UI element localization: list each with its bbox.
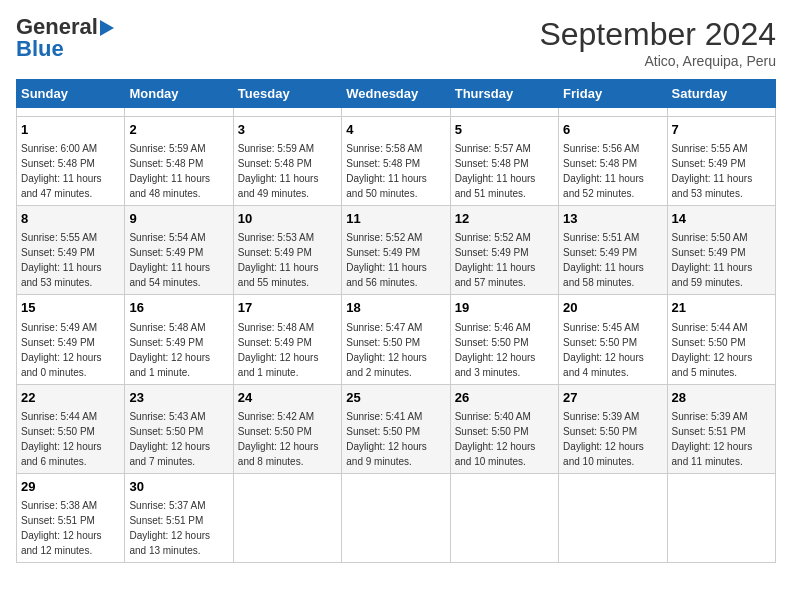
day-of-week-header: Friday	[559, 80, 667, 108]
day-detail: Sunrise: 5:38 AM Sunset: 5:51 PM Dayligh…	[21, 500, 102, 556]
day-number: 27	[563, 389, 662, 407]
day-detail: Sunrise: 5:56 AM Sunset: 5:48 PM Dayligh…	[563, 143, 644, 199]
day-number: 2	[129, 121, 228, 139]
day-detail: Sunrise: 5:48 AM Sunset: 5:49 PM Dayligh…	[238, 322, 319, 378]
day-detail: Sunrise: 5:43 AM Sunset: 5:50 PM Dayligh…	[129, 411, 210, 467]
day-detail: Sunrise: 5:55 AM Sunset: 5:49 PM Dayligh…	[672, 143, 753, 199]
day-number: 22	[21, 389, 120, 407]
calendar-cell: 4Sunrise: 5:58 AM Sunset: 5:48 PM Daylig…	[342, 117, 450, 206]
day-detail: Sunrise: 5:58 AM Sunset: 5:48 PM Dayligh…	[346, 143, 427, 199]
month-title: September 2024	[539, 16, 776, 53]
calendar-cell: 8Sunrise: 5:55 AM Sunset: 5:49 PM Daylig…	[17, 206, 125, 295]
day-number: 10	[238, 210, 337, 228]
calendar-cell: 25Sunrise: 5:41 AM Sunset: 5:50 PM Dayli…	[342, 384, 450, 473]
calendar-cell: 6Sunrise: 5:56 AM Sunset: 5:48 PM Daylig…	[559, 117, 667, 206]
calendar-cell: 15Sunrise: 5:49 AM Sunset: 5:49 PM Dayli…	[17, 295, 125, 384]
calendar-cell	[342, 108, 450, 117]
calendar-cell: 7Sunrise: 5:55 AM Sunset: 5:49 PM Daylig…	[667, 117, 775, 206]
calendar-table: SundayMondayTuesdayWednesdayThursdayFrid…	[16, 79, 776, 563]
calendar-cell: 22Sunrise: 5:44 AM Sunset: 5:50 PM Dayli…	[17, 384, 125, 473]
calendar-cell: 2Sunrise: 5:59 AM Sunset: 5:48 PM Daylig…	[125, 117, 233, 206]
calendar-cell: 29Sunrise: 5:38 AM Sunset: 5:51 PM Dayli…	[17, 473, 125, 562]
calendar-cell	[125, 108, 233, 117]
day-detail: Sunrise: 5:54 AM Sunset: 5:49 PM Dayligh…	[129, 232, 210, 288]
day-number: 9	[129, 210, 228, 228]
logo-blue: Blue	[16, 36, 64, 61]
day-number: 5	[455, 121, 554, 139]
day-number: 12	[455, 210, 554, 228]
day-number: 13	[563, 210, 662, 228]
day-number: 11	[346, 210, 445, 228]
calendar-cell	[450, 473, 558, 562]
svg-marker-0	[100, 20, 114, 36]
calendar-cell: 16Sunrise: 5:48 AM Sunset: 5:49 PM Dayli…	[125, 295, 233, 384]
calendar-cell: 5Sunrise: 5:57 AM Sunset: 5:48 PM Daylig…	[450, 117, 558, 206]
day-detail: Sunrise: 5:39 AM Sunset: 5:50 PM Dayligh…	[563, 411, 644, 467]
calendar-cell	[450, 108, 558, 117]
calendar-cell: 9Sunrise: 5:54 AM Sunset: 5:49 PM Daylig…	[125, 206, 233, 295]
calendar-cell: 18Sunrise: 5:47 AM Sunset: 5:50 PM Dayli…	[342, 295, 450, 384]
day-detail: Sunrise: 5:59 AM Sunset: 5:48 PM Dayligh…	[238, 143, 319, 199]
day-detail: Sunrise: 5:52 AM Sunset: 5:49 PM Dayligh…	[455, 232, 536, 288]
calendar-cell: 30Sunrise: 5:37 AM Sunset: 5:51 PM Dayli…	[125, 473, 233, 562]
day-number: 21	[672, 299, 771, 317]
calendar-cell: 21Sunrise: 5:44 AM Sunset: 5:50 PM Dayli…	[667, 295, 775, 384]
day-number: 14	[672, 210, 771, 228]
day-number: 6	[563, 121, 662, 139]
day-of-week-header: Tuesday	[233, 80, 341, 108]
day-number: 29	[21, 478, 120, 496]
day-detail: Sunrise: 5:55 AM Sunset: 5:49 PM Dayligh…	[21, 232, 102, 288]
day-number: 19	[455, 299, 554, 317]
day-detail: Sunrise: 5:59 AM Sunset: 5:48 PM Dayligh…	[129, 143, 210, 199]
day-number: 3	[238, 121, 337, 139]
day-detail: Sunrise: 5:40 AM Sunset: 5:50 PM Dayligh…	[455, 411, 536, 467]
calendar-cell: 19Sunrise: 5:46 AM Sunset: 5:50 PM Dayli…	[450, 295, 558, 384]
calendar-cell: 14Sunrise: 5:50 AM Sunset: 5:49 PM Dayli…	[667, 206, 775, 295]
day-detail: Sunrise: 5:52 AM Sunset: 5:49 PM Dayligh…	[346, 232, 427, 288]
day-detail: Sunrise: 5:44 AM Sunset: 5:50 PM Dayligh…	[21, 411, 102, 467]
day-number: 30	[129, 478, 228, 496]
day-number: 23	[129, 389, 228, 407]
calendar-cell: 24Sunrise: 5:42 AM Sunset: 5:50 PM Dayli…	[233, 384, 341, 473]
day-detail: Sunrise: 5:50 AM Sunset: 5:49 PM Dayligh…	[672, 232, 753, 288]
day-number: 26	[455, 389, 554, 407]
logo-general: General	[16, 16, 98, 38]
calendar-cell	[559, 473, 667, 562]
day-number: 16	[129, 299, 228, 317]
day-number: 24	[238, 389, 337, 407]
logo-arrow-icon	[100, 18, 120, 38]
day-detail: Sunrise: 5:39 AM Sunset: 5:51 PM Dayligh…	[672, 411, 753, 467]
calendar-cell	[233, 473, 341, 562]
day-detail: Sunrise: 5:41 AM Sunset: 5:50 PM Dayligh…	[346, 411, 427, 467]
day-number: 17	[238, 299, 337, 317]
day-number: 20	[563, 299, 662, 317]
day-number: 18	[346, 299, 445, 317]
day-detail: Sunrise: 5:57 AM Sunset: 5:48 PM Dayligh…	[455, 143, 536, 199]
day-number: 1	[21, 121, 120, 139]
calendar-cell	[667, 108, 775, 117]
calendar-cell	[17, 108, 125, 117]
day-number: 15	[21, 299, 120, 317]
day-detail: Sunrise: 5:53 AM Sunset: 5:49 PM Dayligh…	[238, 232, 319, 288]
calendar-cell: 17Sunrise: 5:48 AM Sunset: 5:49 PM Dayli…	[233, 295, 341, 384]
day-detail: Sunrise: 6:00 AM Sunset: 5:48 PM Dayligh…	[21, 143, 102, 199]
calendar-cell	[559, 108, 667, 117]
day-number: 25	[346, 389, 445, 407]
calendar-cell: 27Sunrise: 5:39 AM Sunset: 5:50 PM Dayli…	[559, 384, 667, 473]
day-detail: Sunrise: 5:48 AM Sunset: 5:49 PM Dayligh…	[129, 322, 210, 378]
day-number: 4	[346, 121, 445, 139]
day-number: 7	[672, 121, 771, 139]
title-area: September 2024 Atico, Arequipa, Peru	[539, 16, 776, 69]
calendar-cell: 10Sunrise: 5:53 AM Sunset: 5:49 PM Dayli…	[233, 206, 341, 295]
day-of-week-header: Saturday	[667, 80, 775, 108]
calendar-cell	[667, 473, 775, 562]
logo: General Blue	[16, 16, 120, 60]
calendar-cell: 28Sunrise: 5:39 AM Sunset: 5:51 PM Dayli…	[667, 384, 775, 473]
day-detail: Sunrise: 5:47 AM Sunset: 5:50 PM Dayligh…	[346, 322, 427, 378]
location-subtitle: Atico, Arequipa, Peru	[539, 53, 776, 69]
calendar-cell: 3Sunrise: 5:59 AM Sunset: 5:48 PM Daylig…	[233, 117, 341, 206]
day-of-week-header: Wednesday	[342, 80, 450, 108]
day-detail: Sunrise: 5:46 AM Sunset: 5:50 PM Dayligh…	[455, 322, 536, 378]
day-of-week-header: Monday	[125, 80, 233, 108]
day-detail: Sunrise: 5:42 AM Sunset: 5:50 PM Dayligh…	[238, 411, 319, 467]
